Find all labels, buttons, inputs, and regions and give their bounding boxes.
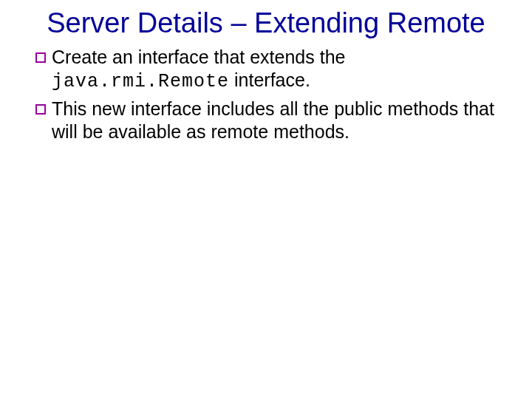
bullet-text: This new interface includes all the publ… [52,98,502,146]
bullet-post-text: interface. [229,69,310,90]
slide-content: Create an interface that extends the jav… [30,46,502,146]
bullet-text: Create an interface that extends the jav… [52,46,502,94]
bullet-pre-text: Create an interface that extends the [52,47,345,67]
slide-container: Server Details – Extending Remote Create… [0,0,532,399]
bullet-code-text: java.rmi.Remote [52,71,229,92]
square-bullet-icon [35,104,46,115]
slide-title: Server Details – Extending Remote [30,7,502,40]
bullet-pre-text: This new interface includes all the publ… [52,98,494,142]
square-bullet-icon [35,52,46,63]
bullet-item: This new interface includes all the publ… [35,98,502,146]
bullet-item: Create an interface that extends the jav… [35,46,502,94]
